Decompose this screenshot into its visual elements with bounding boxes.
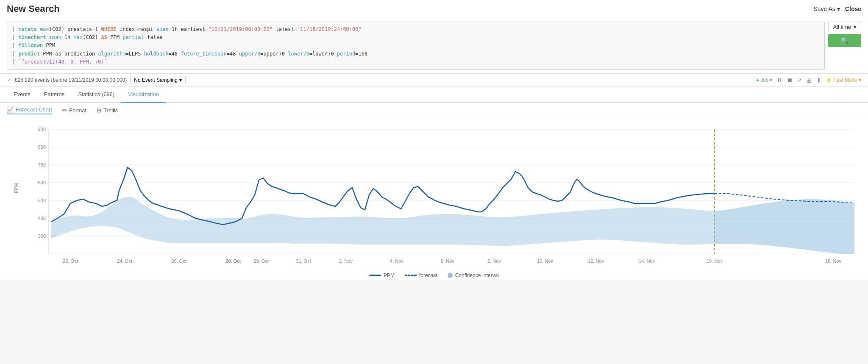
header: New Search Save As ▾ Close — [0, 0, 868, 18]
forecast-legend-line — [405, 275, 417, 276]
stop-button[interactable]: ⏹ — [787, 77, 793, 83]
page-title: New Search — [7, 3, 60, 14]
ppm-legend-line — [369, 275, 381, 276]
svg-text:22. Oct: 22. Oct — [63, 258, 78, 264]
svg-text:18. Nov: 18. Nov — [825, 258, 841, 264]
chevron-down-icon: ▾ — [859, 77, 861, 83]
confidence-interval-band — [51, 197, 715, 246]
status-left: ✓ 825,920 events (before 19/11/2019 00:0… — [7, 76, 186, 84]
ppm-legend-label: PPM — [384, 272, 395, 278]
export-button[interactable]: ⬇ — [816, 77, 821, 83]
chart-legend: PPM forecast Confidence Interval — [7, 269, 861, 280]
svg-text:600: 600 — [38, 180, 46, 185]
chevron-down-icon: ▾ — [837, 6, 840, 12]
event-sampling-button[interactable]: No Event Sampling ▾ — [130, 76, 186, 84]
svg-text:8. Nov: 8. Nov — [487, 258, 501, 264]
ci-legend-label: Confidence Interval — [455, 272, 499, 278]
header-actions: Save As ▾ Close — [814, 6, 862, 12]
tab-visualization[interactable]: Visualization — [121, 87, 166, 103]
svg-text:16. Nov: 16. Nov — [707, 258, 723, 264]
chart-container: PPM 900 800 700 600 500 400 300 — [0, 118, 868, 280]
svg-text:26. Oct: 26. Oct — [171, 258, 186, 264]
fast-mode-button[interactable]: ⚡ Fast Mode ▾ — [826, 77, 861, 83]
tab-patterns[interactable]: Patterns — [37, 87, 71, 103]
forecast-chart-button[interactable]: 📈 Forecast Chart — [7, 106, 52, 114]
svg-text:900: 900 — [38, 127, 46, 132]
svg-text:29. Oct: 29. Oct — [225, 258, 240, 264]
status-check-icon: ✓ — [7, 77, 11, 83]
chevron-down-icon: ▾ — [179, 77, 182, 83]
query-line-3: | filldown PPM — [12, 42, 819, 50]
svg-text:14. Nov: 14. Nov — [639, 258, 655, 264]
tabs: Events Patterns Statistics (696) Visuali… — [0, 87, 868, 103]
query-line-1: | mstats max(CO2) prestats=t WHERE index… — [12, 25, 819, 33]
search-button[interactable]: 🔍 — [828, 34, 861, 47]
y-axis-label: PPM — [14, 183, 19, 193]
ci-legend-item: Confidence Interval — [448, 272, 499, 278]
svg-text:800: 800 — [38, 144, 46, 150]
svg-text:10. Nov: 10. Nov — [537, 258, 553, 264]
events-count: 825,920 events (before 19/11/2019 00:00:… — [15, 77, 127, 83]
ppm-legend-item: PPM — [369, 272, 395, 278]
time-picker[interactable]: All time ▾ — [828, 22, 861, 32]
svg-text:29. Oct: 29. Oct — [253, 258, 268, 264]
status-right: ● Job ▾ ⏸ ⏹ ↗ 🖨 ⬇ ⚡ Fast Mode ▾ — [756, 77, 861, 83]
search-controls: All time ▾ 🔍 — [828, 22, 861, 70]
svg-text:500: 500 — [38, 198, 46, 203]
tab-statistics[interactable]: Statistics (696) — [71, 87, 121, 103]
svg-text:12. Nov: 12. Nov — [588, 258, 604, 264]
svg-text:2. Nov: 2. Nov — [339, 258, 353, 264]
format-icon: ✏ — [62, 107, 67, 114]
print-button[interactable]: 🖨 — [806, 77, 812, 83]
status-bar: ✓ 825,920 events (before 19/11/2019 00:0… — [0, 74, 868, 87]
ci-legend-dot — [448, 273, 453, 278]
query-editor[interactable]: | mstats max(CO2) prestats=t WHERE index… — [7, 22, 825, 70]
trellis-button[interactable]: ⊞ Trellis — [97, 107, 118, 114]
share-button[interactable]: ↗ — [797, 77, 802, 83]
viz-toolbar: 📈 Forecast Chart ✏ Format ⊞ Trellis — [0, 103, 868, 118]
trellis-icon: ⊞ — [97, 107, 101, 114]
svg-text:4. Nov: 4. Nov — [390, 258, 403, 264]
chevron-down-icon: ▾ — [770, 77, 772, 83]
save-as-button[interactable]: Save As ▾ — [814, 6, 840, 12]
query-line-2: | timechart span=1h max(CO2) AS PPM part… — [12, 33, 819, 42]
query-line-4: | predict PPM as prediction algorithm=LL… — [12, 50, 819, 58]
forecast-ci-band — [715, 199, 854, 254]
svg-text:300: 300 — [38, 233, 46, 239]
query-line-5: | `forecastviz(48, 0, PPM, 70)` — [12, 58, 819, 66]
close-button[interactable]: Close — [845, 6, 861, 12]
svg-text:400: 400 — [38, 216, 46, 221]
chart-svg: 900 800 700 600 500 400 300 22. Oct 24. … — [28, 125, 859, 269]
tab-events[interactable]: Events — [7, 87, 37, 103]
forecast-legend-item: forecast — [405, 272, 437, 278]
job-button[interactable]: ● Job ▾ — [756, 77, 773, 83]
chevron-down-icon: ▾ — [854, 24, 857, 30]
svg-text:24. Oct: 24. Oct — [117, 258, 132, 264]
forecast-legend-label: forecast — [419, 272, 437, 278]
svg-text:6. Nov: 6. Nov — [441, 258, 454, 264]
svg-text:700: 700 — [38, 162, 46, 167]
forecast-chart-icon: 📈 — [7, 106, 14, 113]
svg-text:31. Oct: 31. Oct — [296, 258, 311, 264]
search-bar: | mstats max(CO2) prestats=t WHERE index… — [0, 18, 868, 74]
pause-button[interactable]: ⏸ — [776, 77, 782, 83]
format-button[interactable]: ✏ Format — [62, 107, 86, 114]
